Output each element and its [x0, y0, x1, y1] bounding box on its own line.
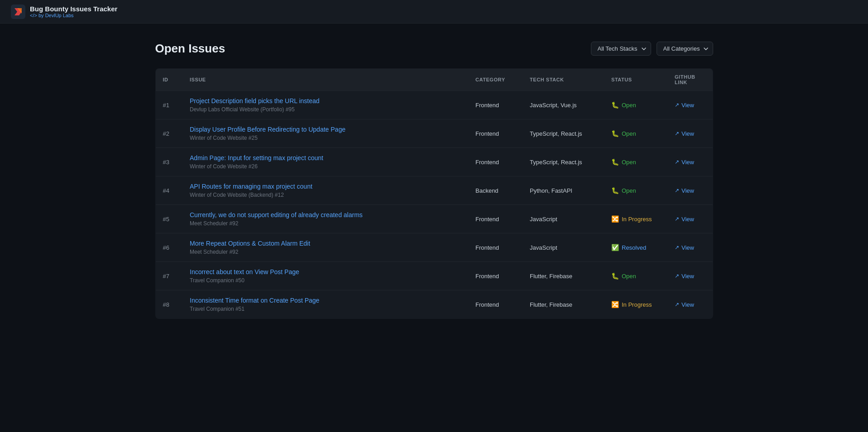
row-id-6: #6 — [155, 233, 182, 262]
issues-table: ID ISSUE CATEGORY TECH STACK STATUS GITH… — [155, 68, 713, 319]
row-issue-8: Inconsistent Time format on Create Post … — [182, 290, 468, 319]
status-icon-8: 🔀 — [611, 301, 619, 308]
brand-subtitle: </> by DevlUp Labs — [30, 13, 117, 18]
status-label-2: Open — [622, 130, 636, 137]
row-github-4: ↗ View — [667, 176, 713, 205]
row-issue-4: API Routes for managing max project coun… — [182, 176, 468, 205]
status-label-6: Resolved — [622, 244, 646, 251]
issue-title-link-7[interactable]: Incorrect about text on View Post Page — [190, 268, 461, 275]
status-label-1: Open — [622, 102, 636, 109]
table-row: #3 Admin Page: Input for setting max pro… — [155, 148, 713, 176]
category-filter[interactable]: All Categories Frontend Backend — [657, 42, 713, 56]
row-category-8: Frontend — [468, 290, 523, 319]
github-link-label-6: View — [681, 244, 694, 251]
github-view-link-8[interactable]: ↗ View — [675, 301, 694, 308]
github-view-link-2[interactable]: ↗ View — [675, 130, 694, 137]
col-header-status: STATUS — [604, 69, 667, 91]
status-icon-7: 🐛 — [611, 272, 619, 280]
col-header-github: GITHUB LINK — [667, 69, 713, 91]
github-view-link-1[interactable]: ↗ View — [675, 102, 694, 109]
external-link-icon-7: ↗ — [675, 273, 679, 279]
row-category-2: Frontend — [468, 119, 523, 148]
external-link-icon-3: ↗ — [675, 159, 679, 165]
github-view-link-5[interactable]: ↗ View — [675, 216, 694, 223]
status-icon-6: ✅ — [611, 244, 619, 251]
brand-title: Bug Bounty Issues Tracker — [30, 5, 117, 13]
row-category-1: Frontend — [468, 91, 523, 119]
status-badge-7: 🐛 Open — [611, 272, 636, 280]
row-issue-7: Incorrect about text on View Post Page T… — [182, 262, 468, 290]
filter-controls: All Tech Stacks JavaScript TypeScript Py… — [591, 42, 713, 56]
brand-logo-icon — [11, 5, 25, 19]
tech-stack-filter[interactable]: All Tech Stacks JavaScript TypeScript Py… — [591, 42, 651, 56]
github-view-link-4[interactable]: ↗ View — [675, 187, 694, 194]
row-id-7: #7 — [155, 262, 182, 290]
issue-title-link-8[interactable]: Inconsistent Time format on Create Post … — [190, 297, 461, 304]
issue-title-link-1[interactable]: Project Description field picks the URL … — [190, 97, 461, 104]
row-status-2: 🐛 Open — [604, 119, 667, 148]
row-techstack-5: JavaScript — [523, 205, 604, 233]
status-badge-1: 🐛 Open — [611, 101, 636, 109]
issue-subtitle-3: Winter of Code Website #26 — [190, 163, 258, 170]
issue-subtitle-1: Devlup Labs Official Website (Portfolio)… — [190, 106, 295, 113]
row-techstack-7: Flutter, Firebase — [523, 262, 604, 290]
issue-title-link-3[interactable]: Admin Page: Input for setting max projec… — [190, 154, 461, 161]
table-row: #4 API Routes for managing max project c… — [155, 176, 713, 205]
row-github-7: ↗ View — [667, 262, 713, 290]
row-issue-5: Currently, we do not support editing of … — [182, 205, 468, 233]
row-id-1: #1 — [155, 91, 182, 119]
row-status-6: ✅ Resolved — [604, 233, 667, 262]
issue-title-link-6[interactable]: More Repeat Options & Custom Alarm Edit — [190, 240, 461, 247]
github-view-link-3[interactable]: ↗ View — [675, 159, 694, 166]
row-github-8: ↗ View — [667, 290, 713, 319]
external-link-icon-2: ↗ — [675, 130, 679, 137]
github-view-link-7[interactable]: ↗ View — [675, 273, 694, 280]
external-link-icon-6: ↗ — [675, 244, 679, 251]
status-icon-4: 🐛 — [611, 187, 619, 194]
status-badge-6: ✅ Resolved — [611, 244, 646, 251]
external-link-icon-5: ↗ — [675, 216, 679, 222]
main-content: Open Issues All Tech Stacks JavaScript T… — [144, 24, 724, 337]
issue-title-link-4[interactable]: API Routes for managing max project coun… — [190, 183, 461, 190]
github-link-label-4: View — [681, 187, 694, 194]
status-label-5: In Progress — [622, 216, 652, 223]
col-header-techstack: TECH STACK — [523, 69, 604, 91]
status-icon-2: 🐛 — [611, 130, 619, 137]
row-status-8: 🔀 In Progress — [604, 290, 667, 319]
external-link-icon-8: ↗ — [675, 301, 679, 308]
row-github-6: ↗ View — [667, 233, 713, 262]
status-icon-5: 🔀 — [611, 215, 619, 223]
row-id-5: #5 — [155, 205, 182, 233]
github-link-label-8: View — [681, 301, 694, 308]
row-issue-2: Display User Profile Before Redirecting … — [182, 119, 468, 148]
page-title: Open Issues — [155, 42, 225, 56]
row-github-1: ↗ View — [667, 91, 713, 119]
row-techstack-3: TypeScript, React.js — [523, 148, 604, 176]
status-icon-3: 🐛 — [611, 158, 619, 166]
status-badge-3: 🐛 Open — [611, 158, 636, 166]
status-label-7: Open — [622, 273, 636, 280]
github-link-label-7: View — [681, 273, 694, 280]
row-id-8: #8 — [155, 290, 182, 319]
col-header-category: CATEGORY — [468, 69, 523, 91]
row-techstack-2: TypeScript, React.js — [523, 119, 604, 148]
row-techstack-6: JavaScript — [523, 233, 604, 262]
page-header: Open Issues All Tech Stacks JavaScript T… — [155, 42, 713, 56]
row-issue-3: Admin Page: Input for setting max projec… — [182, 148, 468, 176]
navbar: Bug Bounty Issues Tracker </> by DevlUp … — [0, 0, 868, 24]
status-label-8: In Progress — [622, 301, 652, 308]
status-badge-8: 🔀 In Progress — [611, 301, 652, 308]
github-link-label-1: View — [681, 102, 694, 109]
row-category-5: Frontend — [468, 205, 523, 233]
external-link-icon-4: ↗ — [675, 187, 679, 194]
col-header-issue: ISSUE — [182, 69, 468, 91]
issue-title-link-2[interactable]: Display User Profile Before Redirecting … — [190, 126, 461, 133]
row-id-4: #4 — [155, 176, 182, 205]
row-issue-6: More Repeat Options & Custom Alarm Edit … — [182, 233, 468, 262]
table-row: #6 More Repeat Options & Custom Alarm Ed… — [155, 233, 713, 262]
row-status-4: 🐛 Open — [604, 176, 667, 205]
issue-subtitle-8: Travel Companion #51 — [190, 306, 245, 312]
status-label-3: Open — [622, 159, 636, 166]
issue-title-link-5[interactable]: Currently, we do not support editing of … — [190, 211, 461, 218]
github-view-link-6[interactable]: ↗ View — [675, 244, 694, 251]
